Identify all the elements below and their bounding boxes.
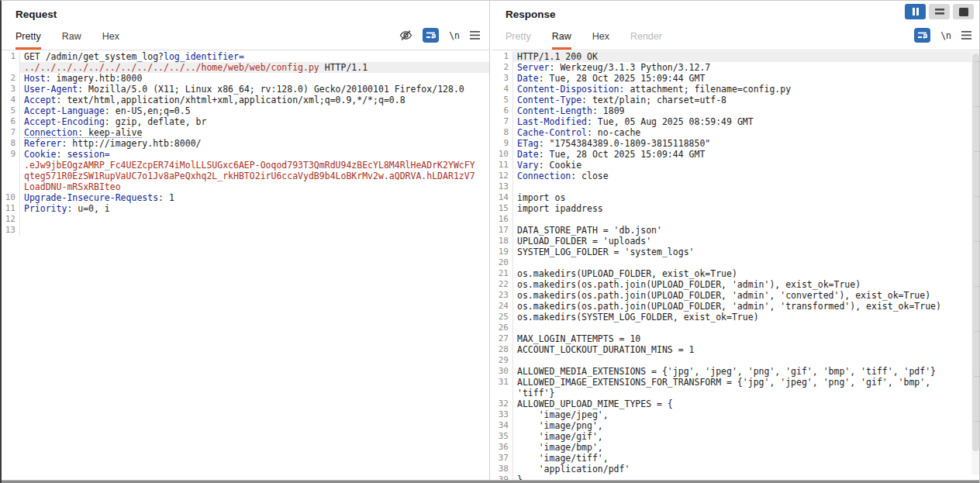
code-row[interactable]: 29 bbox=[492, 355, 980, 366]
code-row[interactable]: 11Priority: u=0, i bbox=[2, 203, 489, 214]
code-row[interactable]: 23os.makedirs(os.path.join(UPLOAD_FOLDER… bbox=[492, 290, 980, 301]
line-number: 36 bbox=[492, 442, 513, 453]
request-panel: Request PrettyRawHex bbox=[2, 1, 489, 480]
tab-render[interactable]: Render bbox=[630, 31, 662, 50]
code-row[interactable]: 32ALLOWED_UPLOAD_MIME_TYPES = { bbox=[492, 398, 980, 409]
code-row[interactable]: 5Content-Type: text/plain; charset=utf-8 bbox=[492, 95, 980, 105]
code-row[interactable]: 16 bbox=[492, 214, 980, 225]
code-row[interactable]: 21os.makedirs(UPLOAD_FOLDER, exist_ok=Tr… bbox=[492, 268, 980, 279]
code-row[interactable]: 18UPLOAD_FOLDER = 'uploads' bbox=[492, 236, 980, 247]
tab-hex[interactable]: Hex bbox=[592, 31, 609, 50]
code-row[interactable]: 15import ipaddress bbox=[492, 203, 980, 214]
code-row[interactable]: LoadDNU-mRSxRBIteo bbox=[2, 181, 489, 192]
tab-raw[interactable]: Raw bbox=[552, 31, 571, 50]
code-row[interactable]: qteg571R0EzSW1RupVaUC7o1Jv8aPeQxhq2L_rkH… bbox=[2, 171, 489, 181]
code-row[interactable]: 34 'image/png', bbox=[492, 420, 980, 431]
code-row[interactable]: 3User-Agent: Mozilla/5.0 (X11; Linux x86… bbox=[2, 84, 489, 95]
code-row[interactable]: 26 bbox=[492, 323, 980, 333]
code-row[interactable]: 11Vary: Cookie bbox=[492, 160, 980, 171]
layout-button[interactable] bbox=[929, 4, 950, 19]
newline-toggle-button[interactable]: \n bbox=[940, 30, 951, 41]
code-row[interactable]: 2Host: imagery.htb:8000 bbox=[2, 73, 489, 84]
stop-button[interactable] bbox=[953, 4, 974, 19]
code-row[interactable]: 12Connection: close bbox=[492, 171, 980, 181]
code-row[interactable]: 28ACCOUNT_LOCKOUT_DURATION_MINS = 1 bbox=[492, 344, 980, 355]
code-row[interactable]: 30ALLOWED_MEDIA_EXTENSIONS = {'jpg', 'jp… bbox=[492, 366, 980, 377]
code-row[interactable]: 31ALLOWED_IMAGE_EXTENSIONS_FOR_TRANSFORM… bbox=[492, 377, 980, 388]
code-row[interactable]: 9ETag: "1754384389.0-1809-3815118850" bbox=[492, 138, 980, 149]
line-number: 3 bbox=[492, 73, 513, 84]
code-row[interactable]: 4Accept: text/html,application/xhtml+xml… bbox=[2, 95, 489, 105]
code-row[interactable]: 1HTTP/1.1 200 OK bbox=[492, 51, 980, 62]
code-text: Date: Tue, 28 Oct 2025 15:09:44 GMT bbox=[513, 73, 980, 84]
code-row[interactable]: 'tiff'} bbox=[492, 388, 980, 398]
code-row[interactable]: 10Upgrade-Insecure-Requests: 1 bbox=[2, 192, 489, 203]
tab-raw[interactable]: Raw bbox=[62, 31, 81, 50]
code-text: Content-Disposition: attachment; filenam… bbox=[513, 84, 980, 95]
code-row[interactable]: 4Content-Disposition: attachment; filena… bbox=[492, 84, 980, 95]
code-row[interactable]: 6Accept-Encoding: gzip, deflate, br bbox=[2, 116, 489, 127]
code-row[interactable]: 5Accept-Language: en-US,en;q=0.5 bbox=[2, 105, 489, 116]
code-row[interactable]: 8Referer: http://imagery.htb:8000/ bbox=[2, 138, 489, 149]
code-row[interactable]: 27MAX_LOGIN_ATTEMPTS = 10 bbox=[492, 333, 980, 344]
code-row[interactable]: ../../../../../../../../../../../home/we… bbox=[2, 62, 489, 73]
code-row[interactable]: 19SYSTEM_LOG_FOLDER = 'system_logs' bbox=[492, 247, 980, 257]
newline-toggle-button[interactable]: \n bbox=[449, 30, 460, 41]
code-text: } bbox=[513, 474, 980, 480]
request-tabs: PrettyRawHex bbox=[16, 31, 119, 50]
editor-menu-button[interactable] bbox=[470, 31, 480, 40]
code-text: os.makedirs(os.path.join(UPLOAD_FOLDER, … bbox=[513, 301, 980, 312]
panel-divider[interactable] bbox=[489, 1, 490, 483]
code-row[interactable]: 22os.makedirs(os.path.join(UPLOAD_FOLDER… bbox=[492, 279, 980, 290]
code-row[interactable]: .eJw9jbEOgzAMRP_Fc4UEZcpER74iMolLLSUGxc6… bbox=[2, 160, 489, 171]
wrap-lines-button[interactable] bbox=[914, 28, 930, 43]
scrollbar-thumb[interactable] bbox=[972, 53, 979, 451]
code-row[interactable]: 17DATA_STORE_PATH = 'db.json' bbox=[492, 225, 980, 236]
pause-button[interactable] bbox=[905, 4, 926, 19]
code-row[interactable]: 13 bbox=[2, 225, 489, 236]
code-text: os.makedirs(os.path.join(UPLOAD_FOLDER, … bbox=[513, 279, 980, 290]
code-row[interactable]: 36 'image/bmp', bbox=[492, 442, 980, 453]
code-row[interactable]: 7Last-Modified: Tue, 05 Aug 2025 08:59:4… bbox=[492, 116, 980, 127]
tab-pretty[interactable]: Pretty bbox=[16, 31, 41, 50]
code-text: .eJw9jbEOgzAMRP_Fc4UEZcpER74iMolLLSUGxc6… bbox=[20, 160, 489, 171]
code-text: 'image/gif', bbox=[513, 431, 980, 442]
code-text: Connection: keep-alive bbox=[20, 127, 489, 138]
code-row[interactable]: 2Server: Werkzeug/3.1.3 Python/3.12.7 bbox=[492, 62, 980, 73]
visibility-toggle-button[interactable] bbox=[399, 29, 412, 41]
code-row[interactable]: 3Date: Tue, 28 Oct 2025 15:09:44 GMT bbox=[492, 73, 980, 84]
wrap-lines-button[interactable] bbox=[423, 28, 439, 43]
code-row[interactable]: 38 'application/pdf' bbox=[492, 464, 980, 474]
code-row[interactable]: 33 'image/jpeg', bbox=[492, 409, 980, 420]
line-number: 27 bbox=[492, 333, 513, 344]
code-text: LoadDNU-mRSxRBIteo bbox=[20, 181, 489, 192]
response-editor[interactable]: 1HTTP/1.1 200 OK2Server: Werkzeug/3.1.3 … bbox=[492, 51, 980, 480]
code-row[interactable]: 25os.makedirs(SYSTEM_LOG_FOLDER, exist_o… bbox=[492, 312, 980, 323]
code-text: Content-Type: text/plain; charset=utf-8 bbox=[513, 95, 980, 105]
code-row[interactable]: 24os.makedirs(os.path.join(UPLOAD_FOLDER… bbox=[492, 301, 980, 312]
code-text: Accept-Language: en-US,en;q=0.5 bbox=[20, 105, 489, 116]
code-row[interactable]: 7Connection: keep-alive bbox=[2, 127, 489, 138]
line-number: 19 bbox=[492, 247, 513, 257]
request-editor[interactable]: 1GET /admin/get_system_log?log_identifie… bbox=[2, 51, 489, 480]
code-row[interactable]: 6Content-Length: 1809 bbox=[492, 105, 980, 116]
code-row[interactable]: 35 'image/gif', bbox=[492, 431, 980, 442]
code-row[interactable]: 39} bbox=[492, 474, 980, 480]
scrollbar-marker bbox=[975, 61, 980, 62]
code-row[interactable]: 20 bbox=[492, 257, 980, 268]
code-row[interactable]: 9Cookie: session= bbox=[2, 149, 489, 160]
code-row[interactable]: 14import os bbox=[492, 192, 980, 203]
code-row[interactable]: 37 'image/tiff', bbox=[492, 453, 980, 464]
tab-hex[interactable]: Hex bbox=[102, 31, 119, 50]
code-row[interactable]: 8Cache-Control: no-cache bbox=[492, 127, 980, 138]
code-row[interactable]: 10Date: Tue, 28 Oct 2025 15:09:44 GMT bbox=[492, 149, 980, 160]
code-text: Accept: text/html,application/xhtml+xml,… bbox=[20, 95, 489, 105]
tab-pretty[interactable]: Pretty bbox=[506, 31, 531, 50]
response-scrollbar[interactable] bbox=[971, 52, 980, 475]
line-number: 18 bbox=[492, 236, 513, 247]
code-row[interactable]: 12 bbox=[2, 214, 489, 225]
code-row[interactable]: 13 bbox=[492, 181, 980, 192]
code-row[interactable]: 1GET /admin/get_system_log?log_identifie… bbox=[2, 51, 489, 62]
editor-menu-button[interactable] bbox=[961, 31, 971, 40]
response-toolbar: \n bbox=[914, 28, 971, 43]
